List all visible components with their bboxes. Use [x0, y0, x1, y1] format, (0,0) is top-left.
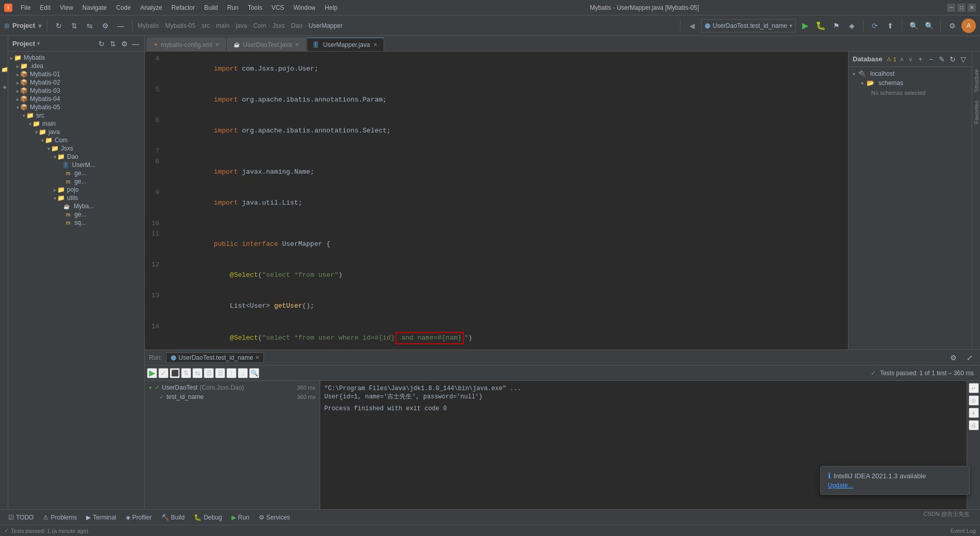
search-tests-btn[interactable]: 🔍 [249, 368, 259, 378]
db-refresh-btn[interactable]: ↻ [948, 55, 957, 64]
toolbar-collapse-btn[interactable]: ⇆ [84, 20, 96, 32]
tree-item-mybatis02[interactable]: ▸ 📦 Mybatis-02 [8, 78, 144, 87]
tree-item-utils-method1[interactable]: m ge... [8, 210, 144, 219]
scroll-up-btn[interactable]: ↑ [226, 368, 237, 378]
debug-btn[interactable]: 🐛 Debug [190, 513, 226, 522]
tree-item-mybatis03[interactable]: ▸ 📦 Mybatis-03 [8, 87, 144, 95]
tree-item-dao[interactable]: ▾ 📁 Dao [8, 153, 144, 161]
db-filter-btn[interactable]: ▽ [959, 55, 968, 64]
db-localhost-item[interactable]: ▾ 🔌 localhost [851, 69, 970, 78]
menu-navigate[interactable]: Navigate [78, 3, 111, 12]
tree-item-src[interactable]: ▾ 📁 src [8, 111, 144, 120]
tree-item-main[interactable]: ▾ 📁 main [8, 120, 144, 128]
tree-item-method1[interactable]: m ge... [8, 169, 144, 177]
menu-view[interactable]: View [56, 3, 77, 12]
db-add-btn[interactable]: + [916, 55, 925, 64]
show-failed-btn[interactable]: ☱ [215, 368, 225, 378]
show-passed-btn[interactable]: ☰ [204, 368, 214, 378]
tree-item-utils-method2[interactable]: m sq... [8, 219, 144, 227]
tab-mybatis-config[interactable]: ✦ mybatis-config.xml ✕ [147, 38, 226, 51]
tab-close-daotest[interactable]: ✕ [295, 42, 299, 47]
tree-item-usermapper[interactable]: ▸ I UserM... [8, 161, 144, 169]
toolbar-settings-btn[interactable]: ⚙ [99, 20, 111, 32]
tree-item-jsxs[interactable]: ▾ 📁 Jsxs [8, 144, 144, 153]
user-avatar[interactable]: A [961, 19, 976, 33]
tab-userdaotest[interactable]: ☕ UserDaoTest.java ✕ [227, 38, 306, 51]
scroll-to-end-btn[interactable]: ↡ [969, 408, 979, 418]
db-remove-btn[interactable]: − [927, 55, 936, 64]
minimize-button[interactable]: ─ [947, 4, 955, 12]
sidebar-settings-btn[interactable]: ⚙ [120, 39, 129, 48]
tree-item-idea[interactable]: ▸ 📁 .idea [8, 62, 144, 70]
menu-window[interactable]: Window [289, 3, 320, 12]
menu-refactor[interactable]: Refactor [168, 3, 199, 12]
maximize-button[interactable]: □ [957, 4, 966, 12]
terminal-btn[interactable]: ▶ Terminal [82, 513, 120, 522]
menu-build[interactable]: Build [200, 3, 222, 12]
menu-code[interactable]: Code [112, 3, 135, 12]
sidebar-collapse-btn[interactable]: ⇅ [108, 39, 118, 48]
profiler-btn[interactable]: ◈ Profiler [122, 513, 156, 522]
menu-analyze[interactable]: Analyze [136, 3, 167, 12]
close-button[interactable]: ✕ [968, 4, 976, 12]
run-tab-active[interactable]: ⬤ UserDaoTest.test_id_name ✕ [166, 353, 264, 363]
menu-help[interactable]: Help [321, 3, 342, 12]
tree-item-mybatis04[interactable]: ▸ 📦 Mybatis-04 [8, 95, 144, 103]
notification-update-link[interactable]: Update... [828, 482, 853, 489]
tree-item-mybatis01[interactable]: ▸ 📦 Mybatis-01 [8, 70, 144, 78]
build-btn[interactable]: 🔨 Build [157, 513, 189, 522]
toolbar-sync-btn[interactable]: ↻ [53, 20, 65, 32]
search-everywhere-btn[interactable]: 🔍 [923, 20, 935, 32]
menu-file[interactable]: File [16, 3, 35, 12]
clear-console-btn[interactable]: ⊘ [969, 395, 979, 406]
run-panel-expand-btn[interactable]: ⤢ [964, 351, 976, 364]
tree-item-com[interactable]: ▾ 📁 Com [8, 136, 144, 144]
menu-edit[interactable]: Edit [36, 3, 55, 12]
test-item-userdaotest[interactable]: ▾ ✓ UserDaoTest (Com.Jsxs.Dao) 360 ms [147, 383, 318, 392]
vcs-btn[interactable]: ⟳ [869, 20, 881, 32]
toolbar-hide-btn[interactable]: — [114, 20, 127, 32]
menu-tools[interactable]: Tools [244, 3, 267, 12]
menu-run[interactable]: Run [223, 3, 243, 12]
settings-btn[interactable]: ⚙ [946, 20, 958, 32]
tree-item-pojo[interactable]: ▸ 📁 pojo [8, 186, 144, 194]
tree-item-mybatis05[interactable]: ▾ 📦 Mybatis-05 [8, 103, 144, 111]
tab-usermapper[interactable]: I UserMapper.java ✕ [307, 38, 384, 51]
run-config-dropdown[interactable]: ⬤ UserDaoTest.test_id_name ▾ [701, 19, 796, 32]
test-item-test-id-name[interactable]: ✓ test_id_name 360 ms [147, 392, 318, 401]
sidebar-refresh-btn[interactable]: ↻ [97, 39, 106, 48]
favorites-panel-toggle[interactable]: Favorites [972, 98, 981, 126]
event-log-btn[interactable]: Event Log [950, 528, 976, 534]
db-schemas-item[interactable]: ▾ 📂 schemas [851, 78, 970, 88]
tree-item-root[interactable]: ▸ 📁 Mybatis [8, 54, 144, 62]
structure-panel-toggle[interactable]: Structure [972, 67, 981, 94]
status-tests-passed[interactable]: ✓ Tests passed: 1 (a minute ago) [4, 527, 88, 534]
sort-alpha-btn[interactable]: ⇅ [181, 368, 191, 378]
sidebar-hide-btn[interactable]: — [131, 39, 140, 48]
services-btn[interactable]: ⚙ Services [255, 513, 294, 522]
tree-item-java[interactable]: ▾ 📁 java [8, 128, 144, 136]
run-panel-settings-btn[interactable]: ⚙ [947, 351, 959, 364]
sort-duration-btn[interactable]: ⇆ [192, 368, 203, 378]
find-btn[interactable]: 🔍 [907, 20, 920, 32]
vcs-update-btn[interactable]: ⬆ [884, 20, 896, 32]
run-with-coverage-btn[interactable]: ⚑ [830, 20, 842, 32]
soft-wrap-btn[interactable]: ↵ [969, 383, 979, 393]
run-button[interactable]: ▶ [799, 20, 811, 32]
todo-btn[interactable]: ☑ TODO [4, 513, 38, 522]
db-properties-btn[interactable]: ✎ [938, 55, 946, 64]
profile-btn[interactable]: ◈ [845, 20, 858, 32]
problems-btn[interactable]: ⚠ Problems [39, 513, 81, 522]
project-icon[interactable]: 📁 [1, 67, 7, 74]
tab-close-config[interactable]: ✕ [215, 42, 219, 47]
favorites-icon[interactable]: ★ [1, 84, 7, 91]
tree-item-utils[interactable]: ▾ 📁 utils [8, 194, 144, 202]
tab-close-usermapper[interactable]: ✕ [373, 42, 377, 47]
tree-item-mybatisutils[interactable]: ▸ ☕ Myba... [8, 202, 144, 210]
menu-vcs[interactable]: VCS [268, 3, 289, 12]
tree-item-method2[interactable]: m ge... [8, 177, 144, 186]
run-tab-close[interactable]: ✕ [255, 355, 259, 360]
debug-button[interactable]: 🐛 [815, 20, 827, 32]
run-again-btn[interactable]: ▶ [147, 368, 157, 378]
rerun-tests-btn[interactable]: ✓ [158, 368, 169, 378]
